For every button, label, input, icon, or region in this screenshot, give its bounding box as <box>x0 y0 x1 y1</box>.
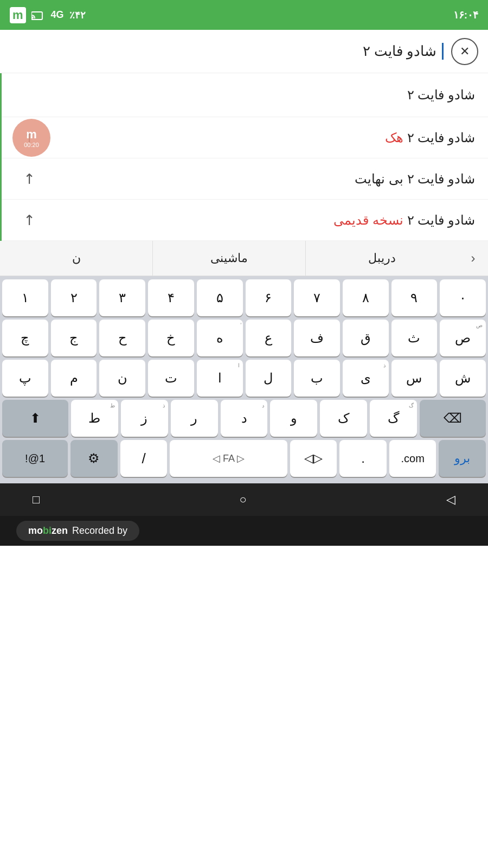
key-diacritic-alef: ا <box>238 362 240 368</box>
kb-key-v[interactable]: و <box>270 400 317 437</box>
kb-row5: !@1 ⚙ / ◁ FA ▷ ◁▷ . .com برو <box>2 440 486 477</box>
kb-settings-key[interactable]: ⚙ <box>70 440 118 477</box>
suggestion-text-2: شادو فایت ۲ هک <box>35 130 475 145</box>
nav-menu-button[interactable]: □ <box>33 493 40 507</box>
kb-shift-key[interactable]: ⬆ <box>2 400 68 437</box>
m-icon: m <box>10 7 26 23</box>
kb-key-f[interactable]: ف <box>294 320 340 356</box>
kb-key-l[interactable]: ل <box>246 360 292 397</box>
kb-key-q[interactable]: ق <box>343 320 389 356</box>
kb-key-r[interactable]: ر <box>171 400 218 437</box>
mobizen-badge: m 00:20 <box>12 119 50 157</box>
kb-key-k[interactable]: ک <box>320 400 367 437</box>
kb-key-8[interactable]: ۸ <box>343 279 389 316</box>
kb-dir-key[interactable]: ◁▷ <box>290 440 337 477</box>
kb-row2: چ ج ح خ ٔه ع ف ق ث صص <box>2 320 486 356</box>
kb-key-alef[interactable]: اا <box>197 360 243 397</box>
kb-key-j[interactable]: ج <box>51 320 97 356</box>
kb-suggestion-dribl[interactable]: دریبل <box>305 241 458 276</box>
keyboard-suggestion-row: ‹ دریبل ماشینی ن <box>0 241 488 276</box>
kb-key-sh[interactable]: ش <box>440 360 486 397</box>
recorded-bar: Recorded by mobizen <box>0 516 488 546</box>
kb-number-row: ۱ ۲ ۳ ۴ ۵ ۶ ۷ ۸ ۹ ۰ <box>2 279 486 316</box>
network-label: 4G <box>51 9 64 21</box>
kb-period-key[interactable]: . <box>339 440 387 477</box>
kb-key-ya[interactable]: ذی <box>343 360 389 397</box>
search-query-text: شادو فایت ۲ <box>363 43 436 60</box>
kb-symbols-key[interactable]: !@1 <box>2 440 68 477</box>
close-button[interactable]: ✕ <box>451 38 478 65</box>
key-diacritic-g: گ <box>409 403 414 409</box>
kb-key-9[interactable]: ۹ <box>391 279 438 316</box>
kb-key-d[interactable]: دد <box>221 400 268 437</box>
battery-label: ٪۴۲ <box>69 9 86 21</box>
kb-suggestion-machine[interactable]: ماشینی <box>152 241 305 276</box>
kb-backspace-key[interactable]: ⌫ <box>420 400 486 437</box>
recorded-text: Recorded by <box>72 525 127 537</box>
search-input-area[interactable]: شادو فایت ۲ <box>10 43 444 60</box>
nav-back-button[interactable]: ◁ <box>446 493 455 507</box>
suggestion-text-3: شادو فایت ۲ بی نهایت <box>35 171 475 187</box>
kb-dotcom-key[interactable]: .com <box>389 440 436 477</box>
status-bar: ۱۶:۰۴ ٪۴۲ 4G m <box>0 0 488 30</box>
kb-key-3[interactable]: ۳ <box>99 279 145 316</box>
kb-suggestion-back-button[interactable]: ‹ <box>458 241 488 276</box>
time-label: ۱۶:۰۴ <box>453 9 478 21</box>
kb-row4: ⬆ طط ذز ر دد و ک گگ ⌫ <box>2 400 486 437</box>
kb-key-ch[interactable]: چ <box>2 320 48 356</box>
kb-key-h[interactable]: ٔه <box>197 320 243 356</box>
kb-suggestion-n[interactable]: ن <box>0 241 152 276</box>
kb-key-t[interactable]: ت <box>148 360 194 397</box>
kb-key-ta[interactable]: طط <box>71 400 118 437</box>
kb-key-n[interactable]: ن <box>99 360 145 397</box>
key-diacritic-ta: ط <box>110 403 115 409</box>
key-diacritic-ya: ذ <box>383 362 386 368</box>
key-diacritic-sad: ص <box>476 322 483 328</box>
close-icon: ✕ <box>460 44 470 59</box>
suggestion-highlight-4: نسخه قدیمی <box>333 213 403 227</box>
kb-key-kh[interactable]: خ <box>148 320 194 356</box>
kb-key-1[interactable]: ۱ <box>2 279 48 316</box>
kb-key-4[interactable]: ۴ <box>148 279 194 316</box>
suggestion-item-2[interactable]: شادو فایت ۲ هک ↗ m 00:20 <box>2 117 488 158</box>
kb-key-6[interactable]: ۶ <box>246 279 292 316</box>
kb-row3: پ م ن ت اا ل ب ذی س ش <box>2 360 486 397</box>
recorded-badge: Recorded by mobizen <box>16 521 139 541</box>
kb-key-7[interactable]: ۷ <box>294 279 340 316</box>
kb-key-2[interactable]: ۲ <box>51 279 97 316</box>
suggestion-text-4: شادو فایت ۲ نسخه قدیمی <box>35 213 475 228</box>
suggestion-highlight-2: هک <box>385 130 403 145</box>
kb-key-0[interactable]: ۰ <box>440 279 486 316</box>
kb-key-p[interactable]: پ <box>2 360 48 397</box>
suggestions-list: شادو فایت ۲ شادو فایت ۲ هک ↗ m 00:20 شاد… <box>0 73 488 241</box>
suggestion-item-1[interactable]: شادو فایت ۲ <box>2 73 488 117</box>
suggestion-item-3[interactable]: شادو فایت ۲ بی نهایت ↗ <box>2 158 488 200</box>
suggestion-text-1: شادو فایت ۲ <box>15 87 475 103</box>
kb-key-z[interactable]: ذز <box>121 400 168 437</box>
kb-key-s[interactable]: س <box>391 360 438 397</box>
mobizen-timer: 00:20 <box>24 142 39 148</box>
kb-key-ha[interactable]: ح <box>99 320 145 356</box>
kb-key-ain[interactable]: ع <box>246 320 292 356</box>
status-icons: ٪۴۲ 4G m <box>10 7 86 23</box>
kb-key-b[interactable]: ب <box>294 360 340 397</box>
nav-home-button[interactable]: ○ <box>240 493 247 507</box>
status-time: ۱۶:۰۴ <box>453 9 478 21</box>
kb-slash-key[interactable]: / <box>120 440 168 477</box>
kb-key-sad[interactable]: صص <box>440 320 486 356</box>
kb-go-key[interactable]: برو <box>439 440 486 477</box>
nav-bar: ◁ ○ □ <box>0 483 488 516</box>
kb-key-m[interactable]: م <box>51 360 97 397</box>
mobizen-m-icon: m <box>26 127 37 142</box>
kb-key-th[interactable]: ث <box>391 320 438 356</box>
kb-key-g[interactable]: گگ <box>370 400 417 437</box>
kb-space-key[interactable]: ◁ FA ▷ <box>170 440 287 477</box>
key-diacritic-z: ذ <box>163 403 165 409</box>
recorded-brand: mobizen <box>28 525 68 537</box>
key-diacritic-d: د <box>262 403 264 409</box>
search-bar: ✕ شادو فایت ۲ <box>0 30 488 73</box>
keyboard: ۱ ۲ ۳ ۴ ۵ ۶ ۷ ۸ ۹ ۰ چ ج ح خ ٔه ع ف ق ث ص… <box>0 276 488 483</box>
cast-icon <box>31 10 46 21</box>
kb-key-5[interactable]: ۵ <box>197 279 243 316</box>
suggestion-item-4[interactable]: شادو فایت ۲ نسخه قدیمی ↗ <box>2 200 488 241</box>
